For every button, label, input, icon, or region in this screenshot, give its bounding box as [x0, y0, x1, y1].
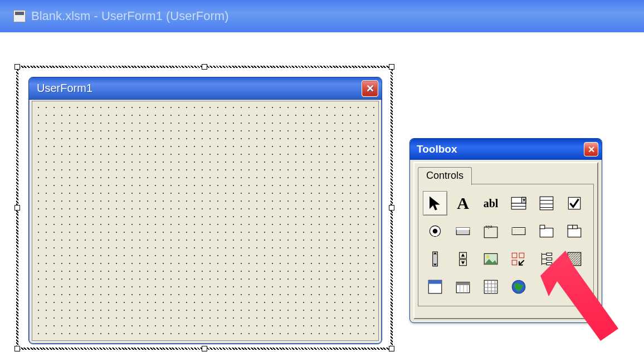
image-icon: [482, 251, 499, 267]
svg-rect-15: [512, 228, 525, 235]
tool-checkbox[interactable]: [562, 191, 587, 216]
svg-rect-42: [456, 282, 470, 285]
toolbox-page-controls: A abl: [418, 184, 594, 306]
tabstrip-icon: [538, 223, 555, 239]
toolbox-titlebar[interactable]: Toolbox ✕: [410, 139, 602, 160]
togglebutton-icon: [455, 223, 471, 239]
resize-handle-bottom-right[interactable]: [389, 346, 394, 351]
resize-handle-top-left[interactable]: [14, 64, 20, 70]
tool-webbrowser[interactable]: [506, 275, 531, 299]
svg-rect-4: [540, 197, 553, 210]
resize-handle-middle-left[interactable]: [14, 205, 20, 211]
svg-point-10: [433, 229, 438, 234]
designer-title: Blank.xlsm - UserForm1 (UserForm): [31, 9, 228, 23]
forms-frame-icon: [427, 278, 443, 295]
datetime-icon: [455, 278, 471, 295]
label-a-icon: A: [457, 194, 469, 213]
tool-datetimepicker[interactable]: [451, 275, 475, 299]
tool-optionbutton[interactable]: [423, 219, 447, 243]
tool-combobox[interactable]: [506, 191, 531, 216]
toolbox-close-button[interactable]: ✕: [584, 142, 598, 157]
userform-titlebar[interactable]: UserForm1 ✕: [29, 77, 382, 100]
tool-frame[interactable]: xyz: [479, 219, 503, 243]
globe-icon: [510, 278, 527, 295]
tool-microsoftforms[interactable]: [423, 275, 447, 299]
tool-unknown[interactable]: [562, 247, 587, 271]
svg-rect-19: [540, 225, 545, 228]
svg-rect-18: [540, 228, 553, 237]
tool-image[interactable]: [479, 247, 503, 271]
svg-rect-33: [547, 253, 552, 255]
svg-rect-30: [519, 253, 524, 258]
tool-treeview[interactable]: [534, 247, 559, 271]
spinbutton-icon: [455, 251, 471, 267]
toolbox-tab-controls[interactable]: Controls: [418, 167, 472, 185]
close-icon: ✕: [588, 144, 595, 155]
tool-textbox[interactable]: abl: [479, 191, 503, 216]
toolbox-title: Toolbox: [417, 143, 457, 155]
designer-titlebar: Blank.xlsm - UserForm1 (UserForm): [0, 0, 644, 32]
tool-commandbutton[interactable]: [506, 219, 531, 243]
toolbox-window[interactable]: Toolbox ✕ Controls A abl: [409, 138, 602, 323]
monthview-icon: [482, 278, 499, 295]
svg-rect-35: [547, 258, 552, 260]
treeview-icon: [538, 251, 555, 267]
userform-design-surface[interactable]: [32, 101, 379, 341]
userform-close-button[interactable]: ✕: [362, 80, 378, 97]
tool-select[interactable]: [423, 191, 447, 216]
checkbox-icon: [566, 195, 583, 212]
tool-scrollbar[interactable]: [423, 247, 447, 271]
refedit-icon: [510, 251, 527, 267]
hatched-square-icon: [566, 251, 583, 267]
svg-rect-46: [484, 280, 497, 294]
svg-rect-40: [428, 280, 442, 283]
svg-rect-38: [568, 252, 581, 266]
userform-window[interactable]: UserForm1 ✕: [28, 77, 382, 344]
multipage-icon: [566, 223, 583, 239]
svg-rect-28: [512, 253, 517, 258]
tool-spinbutton[interactable]: [451, 247, 475, 271]
optionbutton-icon: [427, 223, 443, 239]
resize-handle-bottom-left[interactable]: [14, 346, 20, 351]
svg-text:xyz: xyz: [485, 223, 492, 229]
resize-handle-top-center[interactable]: [202, 64, 207, 70]
toolbox-tool-grid: A abl: [423, 191, 589, 299]
svg-rect-29: [512, 260, 517, 265]
tool-tabstrip[interactable]: [534, 219, 559, 243]
listbox-icon: [538, 195, 555, 212]
tool-monthview[interactable]: [479, 275, 503, 299]
tool-label[interactable]: A: [451, 191, 475, 216]
toolbox-body: Controls A abl: [413, 162, 598, 319]
svg-rect-21: [568, 225, 573, 228]
scrollbar-icon: [427, 251, 443, 267]
textbox-abl-icon: abl: [484, 197, 499, 210]
close-icon: ✕: [366, 82, 374, 95]
tool-multipage[interactable]: [562, 219, 587, 243]
resize-handle-bottom-center[interactable]: [202, 346, 207, 351]
tool-togglebutton[interactable]: [451, 219, 475, 243]
commandbutton-icon: [510, 223, 527, 239]
combobox-icon: [510, 195, 527, 212]
userform-title: UserForm1: [37, 82, 92, 95]
resize-handle-middle-right[interactable]: [389, 205, 394, 211]
tool-listbox[interactable]: [534, 191, 559, 216]
form-icon: [13, 10, 26, 22]
tool-refedit[interactable]: [506, 247, 531, 271]
svg-rect-12: [456, 228, 470, 230]
resize-handle-top-right[interactable]: [389, 64, 394, 70]
design-area: UserForm1 ✕: [7, 32, 391, 350]
svg-point-27: [486, 255, 489, 258]
frame-icon: xyz: [482, 223, 499, 239]
svg-rect-20: [568, 228, 581, 237]
svg-rect-22: [573, 225, 578, 228]
form-selection-outline[interactable]: UserForm1 ✕: [16, 66, 393, 350]
svg-rect-37: [547, 262, 552, 265]
pointer-icon: [427, 195, 443, 212]
